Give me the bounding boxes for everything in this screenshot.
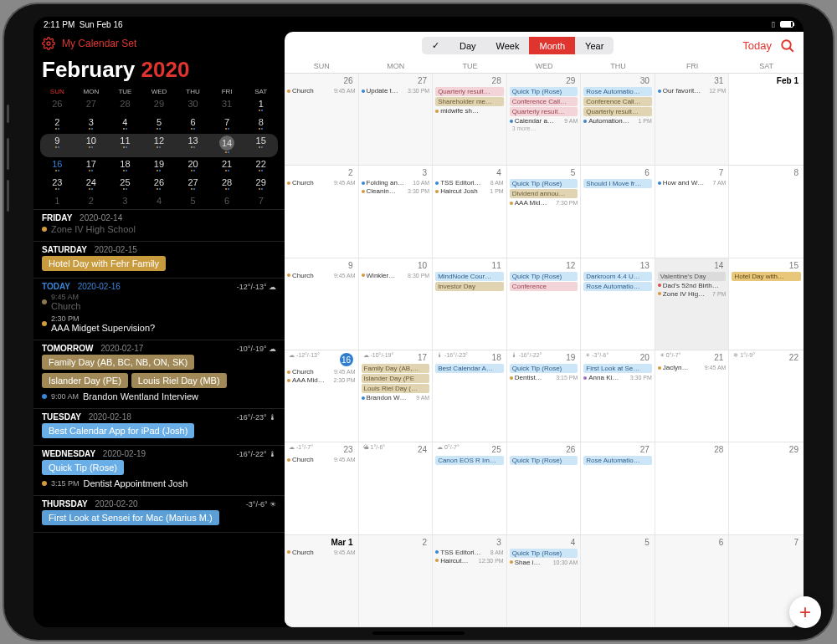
mini-day[interactable]: 7 xyxy=(244,194,278,209)
event-bar[interactable]: Quarterly result… xyxy=(583,107,652,116)
event-bar[interactable]: Quarterly result… xyxy=(510,107,578,116)
calendar-day[interactable]: 3Folding an…10 AMCleanin…3:30 PM xyxy=(359,166,434,257)
agenda-event-chip[interactable]: Family Day (AB, BC, NB, ON, SK) xyxy=(42,355,194,370)
event-bar[interactable]: Quick Tip (Rose) xyxy=(510,364,578,373)
event-bar[interactable]: Investor Day xyxy=(435,282,504,291)
calendar-day[interactable]: 26Church9:45 AM xyxy=(285,74,359,165)
calendar-day[interactable]: 12Quick Tip (Rose)Conference xyxy=(507,258,582,350)
event-bar[interactable]: Quarterly result… xyxy=(435,87,504,96)
event-row[interactable]: AAA Mid…2:30 PM xyxy=(287,376,356,384)
seg-day[interactable]: Day xyxy=(449,37,486,54)
calendar-day[interactable]: 27Rose Automatio… xyxy=(581,442,655,534)
mini-day[interactable]: 15 xyxy=(244,134,278,157)
mini-day[interactable]: 24 xyxy=(74,176,109,194)
calendar-day[interactable]: ☀ -3°/-6°20First Look at Se…Anna Ki…3:30… xyxy=(581,350,655,442)
event-row[interactable]: midwife sh… xyxy=(435,107,504,115)
calendar-day[interactable]: 4TSS Editori…8 AMHaircut Josh1 PM xyxy=(433,166,507,257)
event-bar[interactable]: Family Day (AB,… xyxy=(362,364,430,373)
event-row[interactable]: Church9:45 AM xyxy=(287,368,356,376)
event-bar[interactable]: Canon EOS R Im… xyxy=(435,456,504,465)
calendar-day[interactable]: 30Rose Automatio…Conference Call…Quarter… xyxy=(581,74,655,165)
mini-day[interactable]: 5 xyxy=(176,194,210,209)
calendar-day[interactable]: 2Church9:45 AM xyxy=(285,166,359,257)
mini-day[interactable]: 16 xyxy=(40,157,74,176)
mini-day[interactable]: 18 xyxy=(108,157,142,176)
mini-day[interactable]: 9 xyxy=(40,134,74,157)
mini-day[interactable]: 23 xyxy=(40,176,74,194)
calendar-day[interactable]: ☀ 0°/-7°21Jaclyn…9:45 AM xyxy=(655,350,730,442)
calendar-day[interactable]: Feb 1 xyxy=(729,74,804,165)
today-button[interactable]: Today xyxy=(742,39,772,52)
mini-day[interactable]: 25 xyxy=(108,176,142,194)
event-bar[interactable]: Conference Call… xyxy=(583,97,652,106)
calendar-day[interactable]: 13Darkroom 4.4 U…Rose Automatio… xyxy=(581,258,655,350)
mini-day[interactable]: 6 xyxy=(176,115,210,134)
event-row[interactable]: Jaclyn…9:45 AM xyxy=(658,364,727,371)
mini-day[interactable]: 26 xyxy=(142,176,177,194)
event-bar[interactable]: Dividend annou… xyxy=(510,189,578,198)
mini-day[interactable]: 21 xyxy=(210,157,244,176)
calendar-day[interactable]: 11MindNode Cour…Investor Day xyxy=(433,258,507,350)
event-bar[interactable]: Quick Tip (Rose) xyxy=(510,549,578,558)
mini-day[interactable]: 4 xyxy=(142,194,177,209)
event-bar[interactable]: Conference Call… xyxy=(510,97,578,106)
calendar-day[interactable]: 6 xyxy=(655,535,730,626)
mini-day[interactable]: 28 xyxy=(210,176,244,194)
event-row[interactable]: Church9:45 AM xyxy=(287,272,356,279)
seg-week[interactable]: Week xyxy=(486,37,530,54)
event-row[interactable]: Winkler…8:30 PM xyxy=(362,272,430,279)
event-row[interactable]: Haircut Josh1 PM xyxy=(435,187,504,195)
calendar-day[interactable]: ☁ -1°/-7°23Church9:45 AM xyxy=(285,442,359,534)
event-row[interactable]: Automation…1 PM xyxy=(583,117,652,125)
mini-day[interactable]: 19 xyxy=(142,157,177,176)
event-bar[interactable]: Islander Day (PE xyxy=(362,374,430,383)
mini-day[interactable]: 14 xyxy=(210,134,244,157)
event-bar[interactable]: Quick Tip (Rose) xyxy=(510,179,578,188)
calendar-day[interactable]: 4Quick Tip (Rose)Shae i…10:30 AM xyxy=(507,535,582,626)
agenda-list[interactable]: FRIDAY 2020-02-14Zone IV High SchoolSATU… xyxy=(33,209,285,627)
event-bar[interactable]: Quick Tip (Rose) xyxy=(510,272,578,281)
calendar-day[interactable]: 27Update t…3:30 PM xyxy=(359,74,434,165)
agenda-event-chip[interactable]: Islander Day (PE) xyxy=(42,373,128,388)
calendar-day[interactable]: 14Valentine's DayDad's 52nd Birth…Zone I… xyxy=(655,258,730,350)
agenda-event-chip[interactable]: Louis Riel Day (MB) xyxy=(131,373,227,388)
calendar-day[interactable]: ❄ 1°/-9°22 xyxy=(729,350,804,442)
calendar-day[interactable]: 15Hotel Day with… xyxy=(729,258,804,350)
calendar-day[interactable]: 7How and W…7 AM xyxy=(655,166,730,257)
event-bar[interactable]: Rose Automatio… xyxy=(583,282,652,291)
calendar-day[interactable]: ☁ 0°/-7°25Canon EOS R Im… xyxy=(433,442,507,534)
mini-day[interactable]: 22 xyxy=(244,157,278,176)
calendar-day[interactable]: 29 xyxy=(729,442,804,534)
mini-day[interactable]: 17 xyxy=(74,157,109,176)
view-segmented-control[interactable]: ✓ Day Week Month Year xyxy=(422,37,614,54)
event-row[interactable]: Cleanin…3:30 PM xyxy=(362,187,430,195)
calendar-day[interactable]: 🌡 -16°/-22°19Quick Tip (Rose)Dentist…3:1… xyxy=(507,350,582,442)
mini-day[interactable]: 27 xyxy=(176,176,210,194)
event-bar[interactable]: Hotel Day with… xyxy=(732,272,801,281)
calendar-day[interactable]: 2 xyxy=(359,535,434,626)
calendar-set-label[interactable]: My Calendar Set xyxy=(62,38,136,49)
event-row[interactable]: Dad's 52nd Birth… xyxy=(658,282,727,289)
month-grid[interactable]: 26Church9:45 AM27Update t…3:30 PM28Quart… xyxy=(285,74,804,627)
agenda-event-row[interactable]: 3:15 PMDentist Appointment Josh xyxy=(42,477,276,490)
mini-day[interactable]: 1 xyxy=(40,194,74,209)
agenda-event-chip[interactable]: Quick Tip (Rose) xyxy=(42,460,124,475)
event-bar[interactable]: Should I Move fr… xyxy=(583,179,652,188)
event-row[interactable]: Update t…3:30 PM xyxy=(362,87,430,95)
mini-day[interactable]: 13 xyxy=(176,134,210,157)
event-bar[interactable]: First Look at Se… xyxy=(583,364,652,373)
agenda-event-chip[interactable]: Best Calendar App for iPad (Josh) xyxy=(42,423,194,438)
event-bar[interactable]: Quick Tip (Rose) xyxy=(510,456,578,465)
mini-day[interactable]: 5 xyxy=(142,115,177,134)
mini-day[interactable]: 10 xyxy=(74,134,109,157)
event-bar[interactable]: Valentine's Day xyxy=(658,272,727,281)
agenda-event-chip[interactable]: First Look at Sensei for Mac (Marius M.) xyxy=(42,510,219,525)
mini-day[interactable]: 1 xyxy=(244,97,278,115)
calendar-day[interactable]: 10Winkler…8:30 PM xyxy=(359,258,434,350)
event-row[interactable]: TSS Editori…8 AM xyxy=(435,179,504,187)
search-icon[interactable] xyxy=(780,38,795,54)
event-row[interactable]: Anna Ki…3:30 PM xyxy=(583,374,652,381)
mini-day[interactable]: 2 xyxy=(40,115,74,134)
mini-day[interactable]: 12 xyxy=(142,134,177,157)
calendar-day[interactable]: 9Church9:45 AM xyxy=(285,258,359,350)
